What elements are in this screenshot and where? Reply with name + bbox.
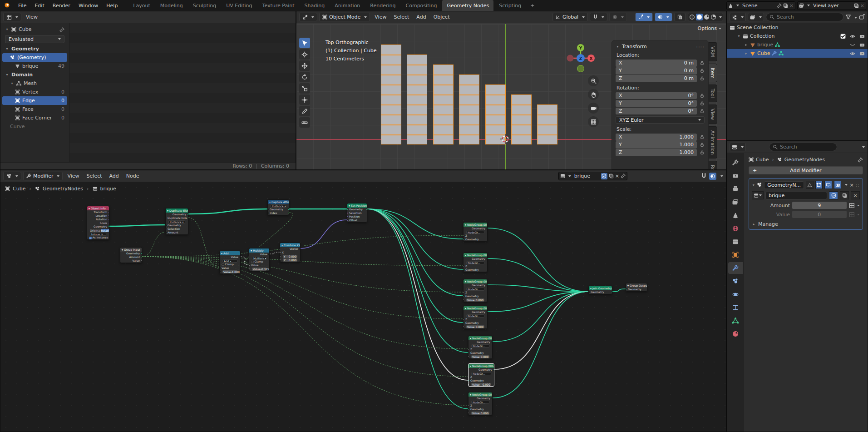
toggle-editmode-icon[interactable] xyxy=(815,181,823,189)
viewport-menu-select[interactable]: Select xyxy=(390,14,413,20)
spreadsheet-item-mesh[interactable]: ▾Mesh xyxy=(2,79,67,88)
editor-type-button[interactable] xyxy=(730,13,746,21)
node-link[interactable] xyxy=(367,209,463,296)
editor-type-button[interactable] xyxy=(3,172,21,180)
unlink-nodetree-icon[interactable]: × xyxy=(851,191,860,199)
editor-type-button[interactable] xyxy=(3,13,21,21)
spreadsheet-item-edge[interactable]: Edge0 xyxy=(2,96,67,105)
node-nodegroup-007[interactable]: ▾ NodeGroup.007GeometryNodeGr...ZGeometr… xyxy=(468,392,493,415)
workspace-tab-uv-editing[interactable]: UV Editing xyxy=(222,0,256,11)
node-link[interactable] xyxy=(270,252,280,254)
transform-field[interactable]: X0° xyxy=(616,92,697,99)
camera-view-button[interactable] xyxy=(588,103,599,114)
fake-user-shield-icon[interactable] xyxy=(829,191,838,199)
node-link[interactable] xyxy=(488,258,588,292)
workspace-tab-texture-paint[interactable]: Texture Paint xyxy=(258,0,299,11)
node-link[interactable] xyxy=(142,232,165,257)
cursor-tool[interactable] xyxy=(299,49,310,60)
outliner-search[interactable]: Search xyxy=(766,13,843,21)
workspace-tab-rendering[interactable]: Rendering xyxy=(365,0,400,11)
sidebar-tab-vrm[interactable]: VRM xyxy=(709,42,717,61)
node-link[interactable] xyxy=(367,209,468,353)
editor-type-button[interactable] xyxy=(730,143,746,151)
breadcrumb-group[interactable]: brique xyxy=(100,186,116,192)
breadcrumb-nodetree[interactable]: GeometryNodes xyxy=(784,157,825,163)
breadcrumb-object[interactable]: Cube xyxy=(13,186,25,192)
spreadsheet-item-face-corner[interactable]: Face Corner0 xyxy=(2,114,67,122)
spreadsheet-section-geometry[interactable]: ▾Geometry xyxy=(2,45,67,53)
toggle-cage-icon[interactable] xyxy=(806,181,814,189)
options-dropdown[interactable]: Options xyxy=(698,25,721,31)
transform-field[interactable]: X1.000 xyxy=(616,134,697,141)
input-attribute-toggle-icon[interactable] xyxy=(849,203,855,209)
spreadsheet-item-brique[interactable]: brique49 xyxy=(2,62,67,70)
manage-subpanel[interactable]: Manage xyxy=(758,221,778,227)
shading-rendered-icon[interactable] xyxy=(710,14,716,20)
brick-column[interactable] xyxy=(511,94,532,144)
properties-tab-object[interactable] xyxy=(728,249,743,261)
toggle-render-icon[interactable] xyxy=(834,181,842,189)
overlays-chevron[interactable] xyxy=(720,175,723,177)
chevron-right-icon[interactable]: ▸ xyxy=(752,222,756,226)
node-duplicate-elements[interactable]: ▾ Duplicate ElementsGeometryDuplicate In… xyxy=(165,208,188,235)
workspace-tab-scripting[interactable]: Scripting xyxy=(494,0,526,11)
workspace-tab-modeling[interactable]: Modeling xyxy=(156,0,187,11)
node-nodegroup-001[interactable]: ▾ NodeGroup.001GeometryNodeGr...ZGeometr… xyxy=(463,222,488,242)
toggle-realtime-icon[interactable] xyxy=(824,181,832,189)
modifier-close-icon[interactable]: × xyxy=(849,182,853,188)
node-link[interactable] xyxy=(367,209,463,323)
node-canvas[interactable]: Cube › GeometryNodes › brique ▾ Object I… xyxy=(0,182,726,432)
node-menu-view[interactable]: View xyxy=(64,173,83,179)
menu-help[interactable]: Help xyxy=(102,3,122,9)
chevron-down-icon[interactable]: ▾ xyxy=(5,27,9,31)
properties-tab-object-data[interactable] xyxy=(728,315,743,327)
node-nodegroup-006[interactable]: ▾ NodeGroup.006GeometryNodeGr...ZGeometr… xyxy=(468,363,494,387)
transform-field[interactable]: Y0° xyxy=(616,100,697,107)
show-gizmo-toggle[interactable] xyxy=(635,13,653,21)
node-link[interactable] xyxy=(493,292,588,398)
breadcrumb-modifier[interactable]: GeometryNodes xyxy=(43,186,83,192)
node-group-input[interactable]: ▾ Group InputGeometryAmountValue xyxy=(120,247,142,263)
rotation-mode-dropdown[interactable]: XYZ Euler xyxy=(616,116,705,124)
spreadsheet-view-menu[interactable]: View xyxy=(22,14,41,20)
add-workspace-button[interactable]: + xyxy=(526,3,538,9)
orientation-dropdown[interactable]: Global xyxy=(552,13,588,21)
sidebar-tab-rodin[interactable]: Rodin xyxy=(709,161,717,169)
expand-chevron-icon[interactable]: ▾ xyxy=(737,34,741,38)
properties-tab-view-layer[interactable] xyxy=(728,196,743,208)
transform-tool[interactable] xyxy=(299,94,310,105)
node-link[interactable] xyxy=(367,209,463,269)
node-link[interactable] xyxy=(367,209,468,409)
viewport-menu-object[interactable]: Object xyxy=(430,14,454,20)
expand-chevron-icon[interactable]: ▸ xyxy=(744,43,748,47)
scene-selector[interactable]: Scene × xyxy=(726,1,795,10)
spreadsheet-item-vertex[interactable]: Vertex0 xyxy=(2,88,67,96)
pin-icon[interactable] xyxy=(59,27,64,32)
node-link[interactable] xyxy=(188,218,219,268)
node-menu-node[interactable]: Node xyxy=(123,173,143,179)
sidebar-tab-animation[interactable]: Animation xyxy=(709,126,717,159)
breadcrumb-object[interactable]: Cube xyxy=(756,157,769,163)
navigation-gizmo[interactable]: Y X Z xyxy=(565,43,596,74)
node-multiply[interactable]: ▾ MultiplyValueMultiply ▾ClampValueValue… xyxy=(249,248,270,271)
transform-panel-title[interactable]: Transform xyxy=(622,44,647,50)
sidebar-tab-tool[interactable]: Tool xyxy=(709,84,717,102)
unlink-nodetree-icon[interactable]: × xyxy=(615,173,619,179)
animate-dot-icon[interactable]: • xyxy=(857,203,860,209)
value-value-field[interactable]: 0 xyxy=(792,211,847,218)
properties-tab-render[interactable] xyxy=(728,170,743,182)
browse-nodetree-button[interactable] xyxy=(752,191,764,199)
transform-field[interactable]: Z0° xyxy=(616,108,697,115)
add-modifier-button[interactable]: + Add Modifier xyxy=(749,166,863,174)
expand-chevron-icon[interactable]: ▸ xyxy=(744,51,748,55)
scene-name[interactable]: Scene xyxy=(740,3,775,9)
spreadsheet-item-curve[interactable]: Curve xyxy=(2,122,67,131)
workspace-tab-compositing[interactable]: Compositing xyxy=(401,0,442,11)
fake-user-shield-icon[interactable] xyxy=(601,173,607,179)
properties-search[interactable]: Search xyxy=(769,143,837,151)
node-link[interactable] xyxy=(188,209,267,214)
zoom-button[interactable] xyxy=(588,75,599,86)
shading-wireframe-icon[interactable] xyxy=(689,14,695,20)
transform-field[interactable]: Z0 m xyxy=(616,75,697,82)
outliner-row-scene-collection[interactable]: Scene Collection xyxy=(727,23,868,32)
